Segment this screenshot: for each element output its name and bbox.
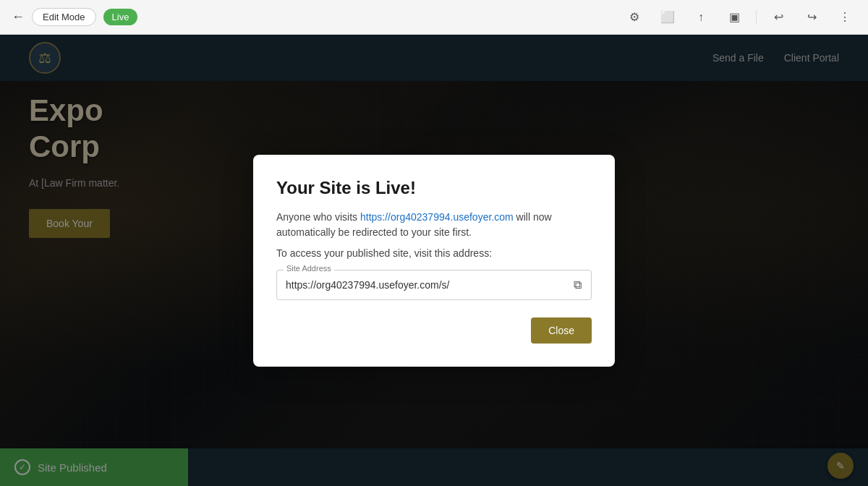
site-preview: ⚖ Send a File Client Portal ExpoCorp At … (0, 35, 868, 486)
site-address-label: Site Address (284, 264, 334, 273)
more-options-icon[interactable]: ⋮ (833, 6, 856, 29)
modal-url-inline: https://org40237994.usefoyer.com (360, 211, 514, 223)
undo-icon[interactable]: ↩ (767, 6, 790, 29)
copy-button[interactable]: ⧉ (571, 276, 584, 294)
copy-icon: ⧉ (574, 278, 582, 291)
toolbar-left: ← Edit Mode Live (12, 8, 614, 26)
toolbar-divider (756, 10, 757, 25)
modal-overlay: Your Site is Live! Anyone who visits htt… (0, 35, 868, 486)
site-address-input[interactable] (276, 270, 592, 300)
gear-icon[interactable]: ⚙ (623, 6, 646, 29)
modal-footer: Close (276, 317, 592, 344)
live-badge: Live (103, 9, 138, 25)
desktop-icon[interactable]: ⬜ (656, 6, 679, 29)
redo-icon[interactable]: ↪ (800, 6, 823, 29)
modal-title: Your Site is Live! (276, 178, 592, 198)
save-icon[interactable]: ▣ (723, 6, 746, 29)
modal-access-label: To access your published site, visit thi… (276, 246, 592, 261)
site-address-field: Site Address ⧉ (276, 270, 592, 300)
toolbar: ← Edit Mode Live ⚙ ⬜ ↑ ▣ ↩ ↪ ⋮ (0, 0, 868, 35)
modal-body-paragraph1: Anyone who visits https://org40237994.us… (276, 210, 592, 240)
edit-mode-button[interactable]: Edit Mode (32, 8, 96, 26)
close-button[interactable]: Close (531, 317, 592, 344)
back-button[interactable]: ← (12, 9, 25, 25)
toolbar-right: ⚙ ⬜ ↑ ▣ ↩ ↪ ⋮ (623, 6, 856, 29)
modal-dialog: Your Site is Live! Anyone who visits htt… (253, 155, 615, 367)
upload-icon[interactable]: ↑ (689, 6, 712, 29)
back-icon: ← (12, 9, 25, 25)
